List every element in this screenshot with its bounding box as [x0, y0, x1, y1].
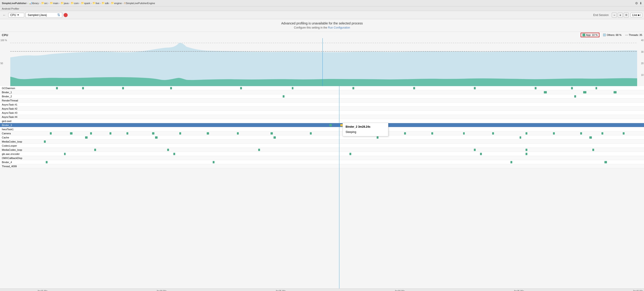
- breadcrumb-icon: 📁: [111, 1, 114, 4]
- thread-timeline[interactable]: [36, 111, 644, 115]
- thread-block: [155, 136, 158, 139]
- thread-block: [596, 87, 597, 89]
- thread-timeline[interactable]: [36, 160, 644, 164]
- cpu-section-title: CPU: [2, 33, 8, 37]
- zoom-in-button[interactable]: +: [618, 12, 623, 17]
- run-configuration-link[interactable]: Run Configuration: [328, 26, 350, 29]
- thread-timeline[interactable]: [36, 107, 644, 111]
- thread-timeline[interactable]: [36, 98, 644, 102]
- live-badge[interactable]: Live ▶|: [630, 13, 642, 17]
- settings-icon[interactable]: ⚙: [635, 1, 638, 5]
- y-label-50: 50: [0, 62, 10, 65]
- breadcrumb-engine[interactable]: engine: [114, 2, 122, 4]
- thread-name: RenderThread: [0, 99, 36, 102]
- thread-block: [207, 132, 209, 135]
- zoom-out-button[interactable]: −: [612, 12, 617, 17]
- threads-list[interactable]: GCDaemonBinder_1Binder_2RenderThreadAsyn…: [0, 86, 644, 289]
- thread-block: [480, 153, 482, 155]
- thread-name: CodecLooper: [0, 144, 36, 147]
- thread-row[interactable]: ged-swd: [0, 119, 644, 123]
- thread-block: [574, 95, 576, 97]
- breadcrumb-src[interactable]: src: [44, 2, 48, 4]
- app-name[interactable]: SimpleLivePublisher: [2, 2, 26, 4]
- thread-row[interactable]: AsyncTask #3: [0, 111, 644, 115]
- thread-row[interactable]: hwuiTask1: [0, 127, 644, 131]
- cpu-section: CPU App: 10 % Others: 68 % - - - Threads…: [0, 32, 644, 86]
- thread-row[interactable]: CodecLooper: [0, 144, 644, 148]
- thread-timeline[interactable]: [36, 140, 644, 143]
- sampled-dropdown[interactable]: Sampled (Java) ⇅: [26, 12, 62, 18]
- thread-block: [240, 87, 242, 89]
- zoom-reset-button[interactable]: ⊙: [624, 12, 629, 17]
- thread-row[interactable]: gle.aac.encoder: [0, 152, 644, 156]
- thread-timeline[interactable]: [36, 86, 644, 90]
- thread-row[interactable]: Thread_4099: [0, 164, 644, 168]
- thread-timeline[interactable]: [36, 148, 644, 152]
- thread-block: [56, 87, 58, 89]
- y-label-100: 100 %: [0, 39, 10, 41]
- thread-timeline[interactable]: [36, 123, 644, 127]
- legend-others-label: Others: 68 %: [607, 33, 621, 36]
- breadcrumb-main[interactable]: main: [53, 2, 58, 4]
- thread-row[interactable]: Binder_1: [0, 90, 644, 94]
- end-session-button[interactable]: End Session: [592, 13, 610, 17]
- tick-3: 3m25.00s: [276, 290, 286, 291]
- breadcrumb-classname[interactable]: SimpleLivePulisherEngine: [126, 2, 155, 4]
- thread-timeline[interactable]: [36, 119, 644, 123]
- thread-block: [431, 132, 433, 135]
- thread-timeline[interactable]: [36, 94, 644, 98]
- thread-timeline[interactable]: [36, 135, 644, 139]
- back-button[interactable]: ←: [2, 13, 7, 17]
- thread-row[interactable]: RenderThread: [0, 98, 644, 103]
- thread-timeline[interactable]: [36, 156, 644, 160]
- breadcrumb-spark[interactable]: spark: [84, 2, 90, 4]
- thread-timeline[interactable]: [36, 144, 644, 148]
- breadcrumb-bar: SimpleLivePublisher › 📊 library › 📁 src …: [0, 0, 644, 6]
- thread-row[interactable]: MediaCodec_loop: [0, 140, 644, 144]
- thread-row[interactable]: Binder_3: [0, 123, 644, 127]
- breadcrumb-icon: 📁: [71, 1, 74, 4]
- thread-name: AsyncTask #2: [0, 107, 36, 110]
- play-icon: ▶|: [638, 14, 640, 16]
- breadcrumb-live[interactable]: live: [96, 2, 100, 4]
- thread-timeline[interactable]: [36, 90, 644, 94]
- cpu-chart-container[interactable]: 100 % 50 40 30 20 10: [0, 38, 644, 86]
- thread-name: Binder_1: [0, 91, 36, 94]
- thread-row[interactable]: AsyncTask #1: [0, 103, 644, 107]
- thread-row[interactable]: AsyncTask #4: [0, 115, 644, 119]
- legend-others: Others: 68 %: [603, 33, 621, 36]
- toolbar-right: End Session − + ⊙ Live ▶|: [592, 12, 642, 17]
- thread-row[interactable]: Binder_4: [0, 160, 644, 164]
- tick-6: 3m40.00s: [633, 290, 643, 291]
- thread-row[interactable]: Binder_2: [0, 94, 644, 98]
- thread-block: [602, 132, 603, 135]
- thread-block: [526, 132, 527, 135]
- thread-row[interactable]: MediaCodec_loop: [0, 148, 644, 152]
- thread-timeline[interactable]: [36, 115, 644, 119]
- breadcrumb-com[interactable]: com: [74, 2, 79, 4]
- thread-timeline[interactable]: [36, 152, 644, 156]
- thread-row[interactable]: Cache: [0, 135, 644, 140]
- thread-row[interactable]: OMXCallbackDisp: [0, 156, 644, 160]
- thread-timeline[interactable]: [36, 103, 644, 106]
- tooltip: Binder_2 3m28.24s Sleeping: [342, 123, 388, 136]
- thread-row[interactable]: GCDaemon: [0, 86, 644, 90]
- breadcrumb-sdk[interactable]: sdk: [105, 2, 109, 4]
- legend-app: App: 10 %: [581, 33, 600, 37]
- breadcrumb-library[interactable]: library: [32, 2, 39, 4]
- cpu-header: CPU App: 10 % Others: 68 % - - - Threads…: [0, 32, 644, 38]
- thread-row[interactable]: Camera: [0, 131, 644, 135]
- cpu-dropdown[interactable]: CPU ▼: [8, 13, 24, 17]
- thread-block: [623, 132, 624, 135]
- record-button[interactable]: [64, 13, 68, 17]
- thread-block: [283, 95, 284, 97]
- breadcrumb-java[interactable]: java: [64, 2, 68, 4]
- download-icon[interactable]: ⬇: [640, 1, 642, 5]
- cpu-chart-svg[interactable]: [10, 38, 637, 86]
- thread-timeline[interactable]: [36, 164, 644, 168]
- thread-block: [544, 91, 547, 93]
- thread-block: [526, 153, 527, 155]
- thread-timeline[interactable]: [36, 127, 644, 131]
- thread-timeline[interactable]: [36, 131, 644, 135]
- thread-row[interactable]: AsyncTask #2: [0, 107, 644, 111]
